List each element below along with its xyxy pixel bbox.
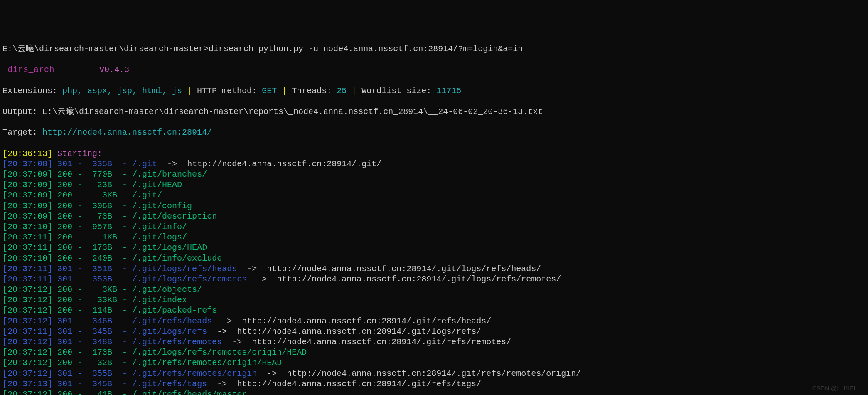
result-timestamp: [20:37:11]: [2, 327, 52, 336]
status-code: [52, 232, 57, 242]
dash: -: [72, 170, 92, 179]
dash: -: [72, 201, 92, 211]
redirect-arrow: ->: [207, 327, 237, 336]
response-size: 348B: [92, 337, 117, 347]
dash: -: [72, 222, 92, 232]
response-size: 345B: [92, 327, 117, 336]
status-code: [52, 159, 57, 169]
dash: -: [72, 190, 102, 200]
separator: |: [182, 86, 197, 96]
status-code: 301: [57, 369, 72, 378]
found-path: - /.git/info/: [117, 222, 187, 232]
result-row: [20:37:13] 301 - 345B - /.git/refs/tags …: [2, 379, 866, 389]
response-size: 114B: [92, 306, 117, 315]
status-code: [52, 180, 57, 190]
redirect-arrow: ->: [157, 159, 187, 169]
response-size: 345B: [92, 379, 117, 389]
response-size: 33KB: [97, 295, 117, 305]
status-code: [52, 243, 57, 252]
found-path: - /.git/info/exclude: [117, 254, 222, 263]
status-code: [52, 190, 57, 200]
response-size: 355B: [92, 369, 117, 378]
found-path: - /.git/objects/: [117, 285, 202, 294]
response-size: 173B: [92, 243, 117, 252]
found-path: - /.git/logs/refs/heads: [117, 264, 237, 274]
dash: -: [72, 327, 92, 336]
status-code: [52, 379, 57, 389]
result-timestamp: [20:37:12]: [2, 295, 52, 305]
found-path: - /.git/logs/HEAD: [117, 243, 207, 252]
found-path: - /.git/HEAD: [117, 180, 182, 190]
found-path: - /.git/refs/tags: [117, 379, 207, 389]
status-code: 200: [57, 212, 72, 221]
status-code: [52, 170, 57, 179]
status-code: 200: [57, 201, 72, 211]
response-size: 1KB: [102, 232, 117, 242]
result-row: [20:37:09] 200 - 770B - /.git/branches/: [2, 169, 866, 180]
status-code: 301: [57, 379, 72, 389]
result-timestamp: [20:37:09]: [2, 170, 52, 179]
result-timestamp: [20:37:11]: [2, 243, 52, 252]
result-row: [20:37:12] 301 - 346B - /.git/refs/heads…: [2, 316, 866, 326]
result-row: [20:37:12] 200 - 173B - /.git/logs/refs/…: [2, 347, 866, 358]
redirect-url: http://node4.anna.nssctf.cn:28914/.git/r…: [242, 316, 491, 326]
version-label: v0.4.3: [99, 65, 129, 74]
found-path: - /.git/refs/heads/master: [117, 390, 247, 395]
result-timestamp: [20:37:09]: [2, 190, 52, 200]
found-path: - /.git: [117, 159, 157, 169]
result-timestamp: [20:37:12]: [2, 316, 52, 326]
start-timestamp: [20:36:13]: [2, 149, 52, 158]
result-row: [20:37:11] 200 - 173B - /.git/logs/HEAD: [2, 242, 866, 253]
found-path: - /.git/logs/refs/remotes/origin/HEAD: [117, 348, 307, 357]
result-timestamp: [20:37:12]: [2, 306, 52, 315]
result-timestamp: [20:37:11]: [2, 264, 52, 274]
status-code: [52, 264, 57, 274]
status-code: [52, 369, 57, 378]
result-timestamp: [20:37:12]: [2, 285, 52, 294]
status-code: 200: [57, 285, 72, 294]
result-row: [20:37:08] 301 - 335B - /.git -> http://…: [2, 159, 866, 169]
result-row: [20:37:12] 200 - 33KB - /.git/index: [2, 295, 866, 305]
result-list: [20:37:08] 301 - 335B - /.git -> http://…: [2, 159, 866, 395]
found-path: - /.git/refs/remotes: [117, 337, 222, 347]
redirect-url: http://node4.anna.nssctf.cn:28914/.git/l…: [237, 327, 481, 336]
dash: -: [72, 295, 97, 305]
result-timestamp: [20:37:12]: [2, 337, 52, 347]
wordlist-value: 11715: [436, 86, 461, 96]
status-code: [52, 390, 57, 395]
response-size: 335B: [92, 159, 117, 169]
redirect-arrow: ->: [207, 379, 237, 389]
command-prompt: E:\云曦\dirsearch-master\dirsearch-master>…: [2, 44, 523, 54]
redirect-arrow: ->: [237, 264, 267, 274]
result-timestamp: [20:37:10]: [2, 222, 52, 232]
dash: -: [72, 369, 92, 378]
response-size: 173B: [92, 348, 117, 357]
result-timestamp: [20:37:10]: [2, 254, 52, 263]
status-code: [52, 358, 57, 368]
watermark: CSDN @LLINELL: [812, 385, 861, 393]
dash: -: [72, 243, 92, 252]
result-row: [20:37:10] 200 - 240B - /.git/info/exclu…: [2, 253, 866, 264]
dash: -: [72, 254, 92, 263]
threads-label: Threads:: [292, 86, 337, 96]
dash: -: [72, 264, 92, 274]
response-size: 3KB: [102, 285, 117, 294]
status-code: 200: [57, 306, 72, 315]
extensions-label: Extensions:: [2, 86, 62, 96]
status-code: [52, 222, 57, 232]
dash: -: [72, 285, 102, 294]
dash: -: [72, 337, 92, 347]
result-row: [20:37:09] 200 - 3KB - /.git/: [2, 190, 866, 200]
result-timestamp: [20:37:09]: [2, 212, 52, 221]
threads-value: 25: [337, 86, 347, 96]
target-label: Target:: [2, 128, 42, 137]
terminal-output[interactable]: E:\云曦\dirsearch-master\dirsearch-master>…: [2, 44, 866, 395]
response-size: 73B: [97, 212, 117, 221]
found-path: - /.git/refs/heads: [117, 316, 212, 326]
status-code: [52, 306, 57, 315]
result-timestamp: [20:37:08]: [2, 159, 52, 169]
result-timestamp: [20:37:11]: [2, 274, 52, 284]
found-path: - /.git/branches/: [117, 170, 207, 179]
response-size: 353B: [92, 274, 117, 284]
output-path: Output: E:\云曦\dirsearch-master\dirsearch…: [2, 107, 543, 116]
